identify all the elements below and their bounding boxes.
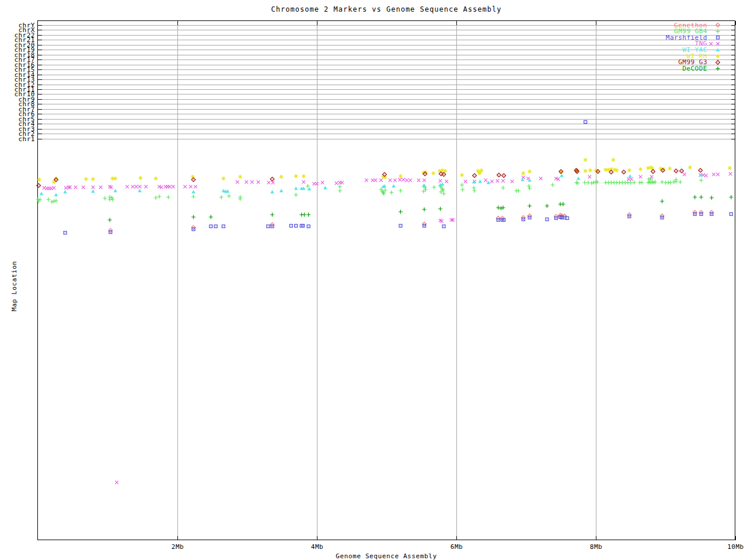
marker [438,207,442,211]
series-gm99-gb4 [36,177,703,204]
marker [441,183,445,186]
svg-text:DeCODE: DeCODE [682,65,707,72]
marker [546,218,549,221]
marker [693,195,697,200]
marker [53,186,56,190]
plot-area: chrYchrXchr22chr21chr20chr19chr18chr17ch… [0,0,747,560]
marker [227,194,231,198]
marker [113,189,117,192]
marker [646,166,650,170]
marker [245,180,249,184]
marker [678,180,682,184]
marker [306,213,310,217]
marker [63,190,67,194]
marker [108,218,112,222]
marker [640,181,644,185]
marker [257,180,260,184]
marker [628,174,632,178]
marker [191,190,196,194]
marker [50,187,53,190]
marker [64,232,67,235]
marker [389,191,393,195]
marker [280,189,284,192]
marker [423,184,427,187]
marker [709,42,713,46]
marker [189,185,193,188]
marker [267,225,270,228]
marker [138,189,142,192]
marker [417,178,421,182]
marker [307,225,310,228]
marker [716,173,720,176]
marker [84,177,88,181]
marker [91,190,95,193]
legend: GenethonGM99 GB4MarshfieldTNGWI YACWI RH… [666,22,720,73]
marker [660,200,664,204]
series-genethon [109,211,714,233]
marker [431,172,435,176]
marker [584,121,587,124]
marker [501,206,505,210]
marker [699,195,703,200]
marker [295,225,298,228]
marker [716,54,720,58]
marker [528,187,532,191]
marker [502,174,506,178]
series-marshfield [64,121,732,235]
marker [191,215,196,219]
marker [545,204,549,208]
marker [627,169,631,173]
marker [672,180,676,184]
marker [442,225,445,228]
plot-frame [38,21,735,540]
marker [588,169,592,173]
marker [688,166,692,170]
marker [393,178,397,182]
marker [627,177,630,181]
marker [528,204,532,208]
marker [473,189,477,193]
marker [716,42,720,46]
marker [40,192,44,195]
series-gm99-g3 [37,169,703,188]
marker [399,189,403,193]
marker [302,174,306,178]
marker [399,174,403,178]
marker [699,178,703,183]
marker [402,178,405,181]
marker [168,185,172,188]
marker [516,189,521,193]
marker [157,195,161,199]
marker [270,190,274,194]
marker [271,181,275,184]
marker [561,202,565,206]
marker [521,172,525,176]
marker [639,175,643,178]
marker [460,188,465,192]
marker [46,198,50,202]
marker [409,178,412,182]
marker [294,174,298,178]
marker [267,181,271,184]
marker [172,185,175,188]
marker [704,174,708,177]
marker [399,225,402,228]
marker [191,195,196,199]
marker [392,184,396,188]
marker [210,225,212,228]
marker [54,193,58,197]
marker [214,225,217,228]
marker [294,193,298,197]
marker [64,186,68,190]
legend-entry: DeCODE [682,65,720,72]
marker [496,206,500,210]
marker [166,195,170,200]
marker [710,196,714,200]
marker [194,185,197,188]
marker [439,179,442,183]
marker [191,178,196,182]
marker [338,185,342,189]
marker [432,186,436,190]
marker [712,173,715,176]
marker [728,166,732,170]
